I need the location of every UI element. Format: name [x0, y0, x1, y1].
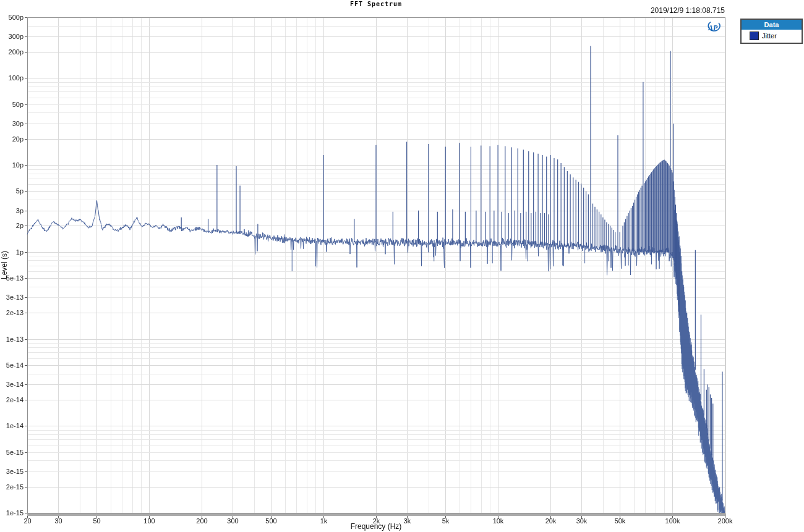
- spectrum-plot[interactable]: [0, 0, 804, 532]
- svg-text:AP: AP: [708, 23, 718, 32]
- ap-logo-icon: AP: [704, 20, 723, 35]
- legend-swatch: [750, 32, 759, 40]
- legend-header: Data: [742, 20, 802, 30]
- legend-item-label: Jitter: [762, 32, 777, 40]
- y-axis-label: Level (s): [0, 251, 9, 279]
- x-axis-label: Frequency (Hz): [27, 522, 725, 531]
- legend-item-jitter[interactable]: Jitter: [742, 30, 802, 43]
- page-title: FFT Spectrum: [27, 1, 725, 7]
- legend-panel: Data Jitter: [740, 19, 803, 44]
- fft-spectrum-window: FFT Spectrum 2019/12/9 1:18:08.715 AP Fr…: [0, 0, 804, 532]
- timestamp: 2019/12/9 1:18:08.715: [651, 6, 725, 15]
